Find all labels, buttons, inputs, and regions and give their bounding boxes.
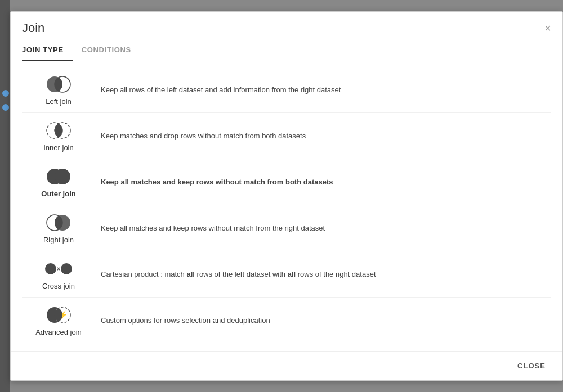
- svg-point-9: [55, 169, 70, 184]
- right-join-label: Right join: [43, 236, 74, 244]
- join-row-advanced[interactable]: ⚡ Advanced join Custom options for rows …: [22, 298, 551, 343]
- inner-join-desc: Keep matches and drop rows without match…: [95, 132, 551, 140]
- right-join-icon: [44, 212, 73, 233]
- right-join-icon-label: Right join: [22, 212, 95, 244]
- outer-join-label: Outer join: [41, 190, 75, 198]
- join-row-outer[interactable]: Outer join Keep all matches and keep row…: [22, 159, 551, 205]
- left-join-desc: Keep all rows of the left dataset and ad…: [95, 85, 551, 94]
- background-dot-1: [2, 90, 9, 97]
- tab-bar: JOIN TYPE CONDITIONS: [11, 40, 562, 61]
- modal-footer: CLOSE: [11, 351, 562, 380]
- tab-conditions[interactable]: CONDITIONS: [82, 40, 140, 61]
- left-join-label: Left join: [46, 97, 72, 106]
- modal-overlay: Join × JOIN TYPE CONDITIONS: [0, 0, 563, 392]
- advanced-join-icon-label: ⚡ Advanced join: [22, 304, 95, 336]
- join-type-list: Left join Keep all rows of the left data…: [11, 61, 562, 351]
- cross-join-icon-label: × Cross join: [22, 258, 95, 290]
- cross-join-label: Cross join: [42, 282, 75, 290]
- modal-close-button[interactable]: ×: [544, 22, 551, 34]
- footer-close-button[interactable]: CLOSE: [512, 358, 551, 373]
- join-modal: Join × JOIN TYPE CONDITIONS: [10, 11, 563, 381]
- tab-join-type[interactable]: JOIN TYPE: [22, 40, 73, 61]
- modal-header: Join ×: [11, 12, 562, 35]
- svg-text:×: ×: [56, 264, 61, 273]
- outer-join-desc: Keep all matches and keep rows without m…: [95, 178, 551, 186]
- inner-join-icon: [44, 120, 73, 141]
- svg-point-14: [45, 263, 56, 274]
- svg-point-16: [61, 263, 72, 274]
- modal-title: Join: [22, 21, 44, 35]
- join-row-inner[interactable]: Inner join Keep matches and drop rows wi…: [22, 113, 551, 159]
- join-row-left[interactable]: Left join Keep all rows of the left data…: [22, 67, 551, 113]
- outer-join-icon-label: Outer join: [22, 166, 95, 198]
- left-join-icon-label: Left join: [22, 74, 95, 106]
- background-dot-2: [2, 104, 9, 111]
- right-join-desc: Keep all matches and keep rows without m…: [95, 224, 551, 232]
- outer-join-icon: [44, 166, 73, 187]
- left-join-icon: [44, 74, 73, 95]
- join-row-right[interactable]: Right join Keep all matches and keep row…: [22, 205, 551, 251]
- cross-join-icon: ×: [44, 258, 73, 280]
- inner-join-label: Inner join: [43, 143, 73, 152]
- join-row-cross[interactable]: × Cross join Cartesian product : match a…: [22, 251, 551, 298]
- advanced-join-desc: Custom options for rows selection and de…: [95, 316, 551, 325]
- background-left-strip: [0, 0, 10, 392]
- advanced-join-icon: ⚡: [44, 304, 73, 326]
- inner-join-icon-label: Inner join: [22, 120, 95, 152]
- advanced-join-label: Advanced join: [35, 328, 82, 336]
- cross-join-desc: Cartesian product : match all rows of th…: [95, 270, 551, 278]
